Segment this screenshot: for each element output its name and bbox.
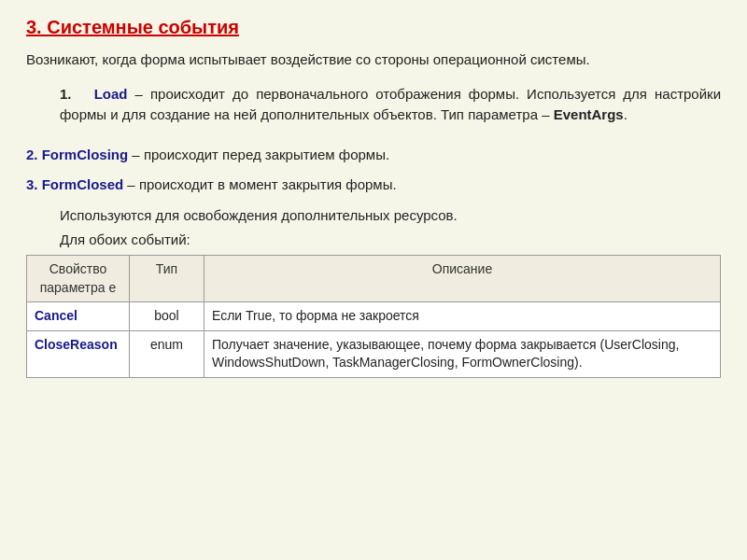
item1-number: 1. — [60, 86, 72, 102]
item1-desc-bold: EventArgs — [554, 106, 624, 122]
row1-type: bool — [130, 302, 204, 331]
properties-table: Свойство параметра e Тип Описание Cancel… — [26, 255, 721, 378]
table-header-desc: Описание — [204, 256, 721, 302]
closing-text2: Для обоих событий: — [26, 231, 721, 247]
page-title: 3. Системные события — [26, 17, 721, 38]
closing-text1: Используются для освобождения дополнител… — [26, 205, 721, 227]
row2-desc: Получает значение, указывающее, почему ф… — [204, 330, 721, 377]
item1-name: Load — [94, 86, 128, 102]
item3-desc: происходит в момент закрытия формы. — [139, 176, 397, 192]
table-row: CloseReason enum Получает значение, указ… — [27, 330, 721, 377]
row1-prop: Cancel — [27, 302, 130, 331]
row1-desc: Если True, то форма не закроется — [204, 302, 721, 331]
item2-desc: происходит перед закрытием формы. — [144, 147, 389, 162]
item2-dash: – — [128, 147, 144, 162]
item3-number-name: 3. FormClosed — [26, 176, 123, 192]
item3-dash: – — [123, 176, 139, 192]
table-row: Cancel bool Если True, то форма не закро… — [27, 302, 721, 331]
intro-paragraph: Возникают, когда форма испытывает воздей… — [26, 49, 721, 71]
item1-dash: – — [135, 86, 150, 102]
item1-desc2: . — [624, 106, 627, 122]
item-load: 1. Load – происходит до первоначального … — [26, 84, 721, 126]
table-header-type: Тип — [130, 256, 204, 302]
row2-prop: CloseReason — [27, 330, 130, 377]
table-header-prop: Свойство параметра e — [27, 256, 130, 302]
item-formclosing: 2. FormClosing – происходит перед закрыт… — [26, 145, 721, 166]
item-formclosed: 3. FormClosed – происходит в момент закр… — [26, 175, 721, 196]
item2-number-name: 2. FormClosing — [26, 147, 128, 162]
row2-type: enum — [130, 330, 204, 377]
